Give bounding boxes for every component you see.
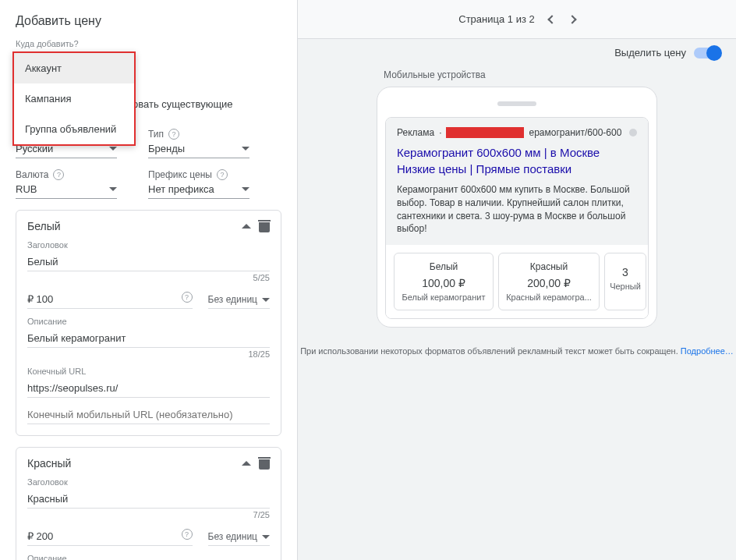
price-preview-card: 3 Черный bbox=[604, 253, 646, 310]
prefix-select[interactable]: Нет префикса bbox=[148, 180, 249, 199]
type-select[interactable]: Бренды bbox=[148, 140, 249, 158]
left-panel: Добавить цену Куда добавить? Аккаунт Кам… bbox=[0, 0, 298, 560]
ad-badge: Реклама bbox=[397, 127, 434, 138]
description-input[interactable] bbox=[27, 329, 270, 348]
final-url-label: Конечный URL bbox=[27, 367, 270, 376]
info-dot-icon bbox=[629, 129, 637, 136]
phone-frame: Реклама · ерамогранит/600-600 Керамогран… bbox=[377, 87, 657, 328]
highlight-toggle[interactable] bbox=[694, 48, 720, 58]
dropdown-item-adgroup[interactable]: Группа объявлений bbox=[14, 114, 134, 144]
price-cards-row: Белый 100,00 ₽ Белый керамогранит Красны… bbox=[386, 245, 648, 318]
headline-label: Заголовок bbox=[27, 240, 270, 250]
ad-description: Керамогранит 600х600 мм купить в Москве.… bbox=[397, 183, 637, 236]
char-counter: 5/25 bbox=[27, 273, 270, 282]
headline-input[interactable] bbox=[27, 253, 270, 271]
where-dropdown-menu: Аккаунт Кампания Группа объявлений bbox=[12, 51, 136, 146]
unit-select[interactable]: Без единиц bbox=[208, 294, 270, 309]
price-preview-card: Красный 200,00 ₽ Красный керамогра... bbox=[498, 253, 600, 310]
caret-down-icon bbox=[109, 147, 117, 151]
caret-down-icon bbox=[262, 535, 270, 539]
ad-preview: Реклама · ерамогранит/600-600 Керамогран… bbox=[385, 117, 649, 319]
headline-label: Заголовок bbox=[27, 477, 270, 487]
price-input[interactable] bbox=[27, 527, 193, 546]
currency-select[interactable]: RUB bbox=[16, 180, 117, 199]
trash-icon[interactable] bbox=[259, 457, 270, 470]
ad-title-line1: Керамогранит 600х600 мм | в Москве bbox=[397, 144, 637, 161]
right-panel: Страница 1 из 2 Выделить цену Мобильные … bbox=[298, 0, 736, 560]
redacted-bar bbox=[446, 127, 524, 138]
pager-prev-icon[interactable] bbox=[547, 15, 556, 23]
mobile-url-input[interactable] bbox=[27, 406, 270, 424]
collapse-icon[interactable] bbox=[242, 461, 251, 466]
footnote: При использовании некоторых форматов объ… bbox=[300, 346, 734, 356]
unit-select[interactable]: Без единиц bbox=[208, 531, 270, 546]
dropdown-item-account[interactable]: Аккаунт bbox=[14, 53, 134, 83]
page-title: Добавить цену bbox=[16, 14, 281, 28]
help-icon[interactable]: ? bbox=[182, 529, 193, 540]
radio-use-existing[interactable]: овать существующие bbox=[133, 95, 281, 113]
phone-speaker-icon bbox=[497, 101, 536, 106]
highlight-toggle-row: Выделить цену bbox=[298, 39, 736, 66]
pager-text: Страница 1 из 2 bbox=[458, 13, 534, 25]
help-icon[interactable]: ? bbox=[182, 292, 193, 303]
char-counter: 18/25 bbox=[27, 349, 270, 359]
headline-input[interactable] bbox=[27, 490, 270, 509]
toggle-label: Выделить цену bbox=[614, 47, 686, 58]
card-title: Белый bbox=[27, 220, 61, 232]
description-label: Описание bbox=[27, 554, 270, 560]
prefix-label: Префикс цены? bbox=[148, 169, 249, 180]
caret-down-icon bbox=[242, 147, 249, 151]
ad-title-line2: Низкие цены | Прямые поставки bbox=[397, 161, 637, 177]
dropdown-item-campaign[interactable]: Кампания bbox=[14, 83, 134, 114]
caret-down-icon bbox=[242, 187, 249, 191]
currency-label: Валюта? bbox=[16, 169, 117, 180]
caret-down-icon bbox=[262, 298, 270, 302]
trash-icon[interactable] bbox=[259, 220, 270, 232]
ad-url-tail: ерамогранит/600-600 bbox=[529, 127, 621, 138]
price-card: Красный Заголовок 7/25 ? Без единиц Опис… bbox=[16, 447, 281, 560]
collapse-icon[interactable] bbox=[242, 224, 251, 229]
description-label: Описание bbox=[27, 317, 270, 326]
device-label: Мобильные устройства bbox=[384, 69, 486, 80]
caret-down-icon bbox=[109, 187, 117, 191]
help-icon[interactable]: ? bbox=[53, 169, 64, 180]
card-title: Красный bbox=[27, 457, 71, 470]
where-label: Куда добавить? bbox=[16, 39, 281, 48]
learn-more-link[interactable]: Подробнее… bbox=[681, 346, 734, 356]
final-url-input[interactable] bbox=[27, 379, 270, 398]
radio-group: овать существующие bbox=[133, 95, 281, 113]
price-preview-card: Белый 100,00 ₽ Белый керамогранит bbox=[394, 253, 494, 310]
type-label: Тип? bbox=[148, 129, 249, 140]
price-card: Белый Заголовок 5/25 ? Без единиц Описан… bbox=[16, 210, 281, 436]
preview-area: Мобильные устройства Реклама · ерамогран… bbox=[298, 66, 736, 560]
help-icon[interactable]: ? bbox=[168, 129, 179, 140]
char-counter: 7/25 bbox=[27, 510, 270, 519]
pager-next-icon[interactable] bbox=[568, 15, 576, 23]
price-input[interactable] bbox=[27, 290, 193, 309]
top-bar: Страница 1 из 2 bbox=[298, 0, 736, 39]
help-icon[interactable]: ? bbox=[217, 169, 228, 180]
